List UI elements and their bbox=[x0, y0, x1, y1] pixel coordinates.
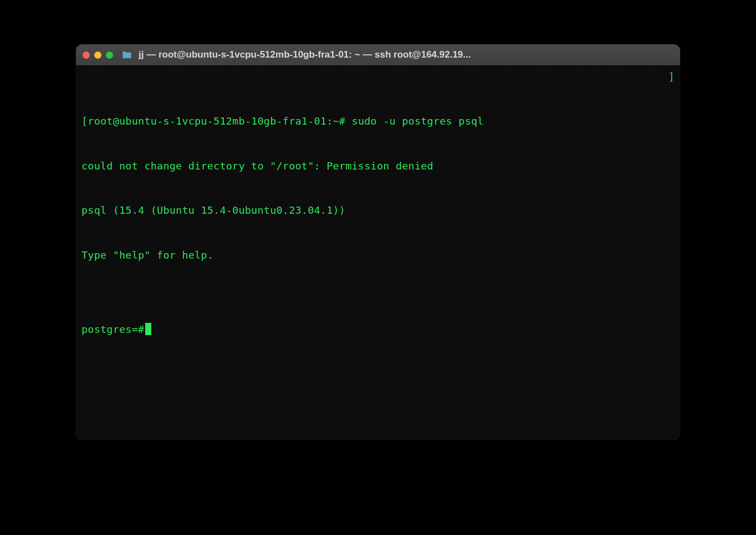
window-title: jj — root@ubuntu-s-1vcpu-512mb-10gb-fra1… bbox=[139, 49, 673, 60]
minimize-button[interactable] bbox=[94, 52, 101, 59]
output-line: psql (15.4 (Ubuntu 15.4-0ubuntu0.23.04.1… bbox=[81, 203, 675, 218]
output-line: Type "help" for help. bbox=[81, 248, 675, 263]
terminal-body[interactable]: ] [root@ubuntu-s-1vcpu-512mb-10gb-fra1-0… bbox=[76, 65, 680, 440]
prompt-left-bracket: [ bbox=[81, 115, 88, 127]
command-line: [root@ubuntu-s-1vcpu-512mb-10gb-fra1-01:… bbox=[81, 114, 675, 129]
close-button[interactable] bbox=[83, 52, 90, 59]
traffic-lights bbox=[83, 52, 113, 59]
prompt-right-bracket: ] bbox=[668, 70, 675, 85]
cursor bbox=[145, 323, 151, 335]
command-text: sudo -u postgres psql bbox=[352, 115, 484, 127]
terminal-window: jj — root@ubuntu-s-1vcpu-512mb-10gb-fra1… bbox=[76, 44, 680, 440]
psql-prompt: postgres=# bbox=[81, 323, 144, 335]
title-bar: jj — root@ubuntu-s-1vcpu-512mb-10gb-fra1… bbox=[76, 44, 680, 65]
maximize-button[interactable] bbox=[106, 52, 113, 59]
output-line: could not change directory to "/root": P… bbox=[81, 159, 675, 174]
folder-icon bbox=[122, 51, 132, 59]
shell-prompt: root@ubuntu-s-1vcpu-512mb-10gb-fra1-01:~… bbox=[88, 115, 345, 127]
current-prompt-line: postgres=# bbox=[81, 322, 675, 337]
